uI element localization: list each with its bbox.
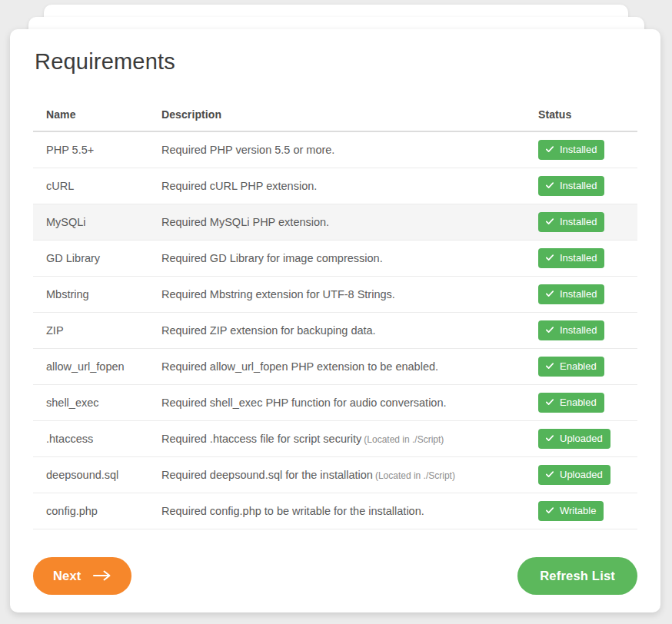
status-badge: Installed	[538, 284, 604, 304]
column-header-status: Status	[525, 108, 637, 121]
status-label: Installed	[560, 144, 597, 154]
next-button[interactable]: Next	[33, 557, 131, 595]
status-badge: Installed	[538, 248, 604, 268]
arrow-right-icon	[93, 570, 111, 581]
requirement-description: Required shell_exec PHP function for aud…	[148, 396, 525, 410]
table-row: .htaccess Required .htaccess file for sc…	[33, 421, 637, 457]
next-button-label: Next	[53, 569, 82, 583]
status-badge: Enabled	[538, 357, 604, 377]
requirement-description: Required cURL PHP extension.	[148, 179, 525, 193]
table-row: shell_exec Required shell_exec PHP funct…	[33, 385, 637, 421]
check-icon	[545, 361, 554, 370]
location-note: (Located in ./Script)	[364, 434, 444, 445]
status-badge: Writable	[538, 501, 604, 521]
column-header-description: Description	[148, 108, 525, 121]
status-label: Installed	[560, 289, 597, 299]
footer-actions: Next Refresh List	[33, 557, 637, 595]
table-row: allow_url_fopen Required allow_url_fopen…	[33, 349, 637, 385]
status-label: Enabled	[560, 361, 597, 371]
requirement-name: MySQLi	[33, 216, 148, 228]
table-row: Mbstring Required Mbstring extension for…	[33, 277, 637, 313]
status-label: Enabled	[560, 397, 597, 407]
status-label: Installed	[560, 181, 597, 191]
requirement-name: cURL	[33, 180, 148, 192]
check-icon	[545, 397, 554, 407]
requirement-name: GD Library	[33, 252, 148, 264]
status-badge: Installed	[538, 140, 604, 160]
status-label: Uploaded	[560, 433, 603, 443]
status-label: Writable	[560, 506, 596, 516]
table-row: GD Library Required GD Library for image…	[33, 241, 637, 277]
location-note: (Located in ./Script)	[375, 470, 455, 481]
status-label: Installed	[560, 217, 597, 227]
requirements-table: Name Description Status PHP 5.5+ Require…	[33, 98, 637, 529]
check-icon	[545, 325, 554, 334]
check-icon	[545, 217, 554, 226]
check-icon	[545, 253, 554, 262]
status-badge: Installed	[538, 212, 604, 232]
requirement-description: Required allow_url_fopen PHP extension t…	[148, 360, 525, 373]
requirement-name: PHP 5.5+	[33, 144, 148, 156]
check-icon	[545, 470, 554, 479]
requirement-name: Mbstring	[33, 288, 148, 300]
table-row: ZIP Required ZIP extension for backuping…	[33, 313, 637, 349]
requirement-description: Required PHP version 5.5 or more.	[148, 143, 525, 157]
requirement-description: Required .htaccess file for script secur…	[148, 432, 525, 446]
table-row: PHP 5.5+ Required PHP version 5.5 or mor…	[33, 132, 637, 168]
requirement-description: Required deepsound.sql for the installat…	[148, 468, 525, 482]
table-body: PHP 5.5+ Required PHP version 5.5 or mor…	[33, 132, 637, 529]
requirement-description: Required ZIP extension for backuping dat…	[148, 324, 525, 337]
installer-page: Requirements Name Description Status PHP…	[0, 0, 672, 624]
requirement-name: .htaccess	[33, 433, 148, 445]
status-label: Installed	[560, 325, 597, 335]
check-icon	[545, 181, 554, 190]
status-badge: Uploaded	[538, 465, 610, 485]
requirements-card: Requirements Name Description Status PHP…	[10, 29, 660, 612]
requirement-name: config.php	[33, 505, 148, 517]
status-badge: Installed	[538, 176, 604, 196]
requirement-name: ZIP	[33, 324, 148, 337]
column-header-name: Name	[33, 108, 148, 121]
status-badge: Enabled	[538, 393, 604, 413]
check-icon	[545, 144, 554, 154]
status-label: Uploaded	[560, 470, 603, 480]
table-row: deepsound.sql Required deepsound.sql for…	[33, 457, 637, 493]
requirement-description: Required GD Library for image compressio…	[148, 251, 525, 265]
status-label: Installed	[560, 253, 597, 263]
refresh-list-button[interactable]: Refresh List	[517, 557, 637, 595]
requirement-description: Required config.php to be writable for t…	[148, 504, 525, 518]
requirement-name: shell_exec	[33, 397, 148, 409]
check-icon	[545, 289, 554, 298]
table-header-row: Name Description Status	[33, 98, 637, 132]
status-badge: Uploaded	[538, 429, 610, 449]
check-icon	[545, 433, 554, 443]
requirement-name: deepsound.sql	[33, 469, 148, 481]
requirement-description: Required MySQLi PHP extension.	[148, 215, 525, 229]
check-icon	[545, 506, 554, 515]
page-title: Requirements	[35, 48, 637, 75]
table-row: MySQLi Required MySQLi PHP extension. In…	[33, 204, 637, 241]
requirement-description: Required Mbstring extension for UTF-8 St…	[148, 287, 525, 301]
table-row: cURL Required cURL PHP extension. Instal…	[33, 168, 637, 204]
requirement-name: allow_url_fopen	[33, 360, 148, 373]
table-row: config.php Required config.php to be wri…	[33, 493, 637, 529]
status-badge: Installed	[538, 320, 604, 340]
